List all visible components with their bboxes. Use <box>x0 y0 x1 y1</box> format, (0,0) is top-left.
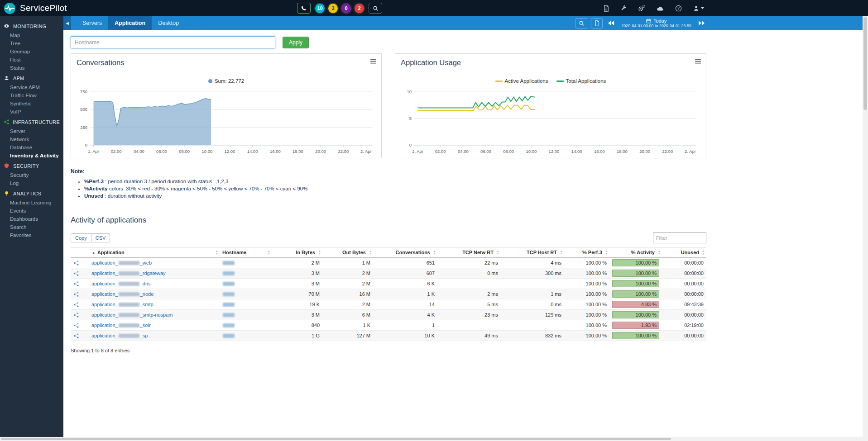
sidebar-item-host[interactable]: Host <box>0 56 63 64</box>
legend-line-icon <box>556 81 564 82</box>
hostname-link[interactable] <box>222 291 235 297</box>
settings-button[interactable] <box>638 5 646 12</box>
sidebar-item-status[interactable]: Status <box>0 64 63 72</box>
status-badge[interactable]: 10 <box>315 4 325 13</box>
hostname-link[interactable] <box>222 333 235 338</box>
cell-perf-3: 100.00 % <box>564 310 609 320</box>
sidebar-item-server[interactable]: Server <box>0 127 63 135</box>
tab-application[interactable]: Application <box>108 16 152 30</box>
column-header-tcp-netw-rt[interactable]: TCP Netw RT▲▼ <box>437 248 501 258</box>
application-link[interactable]: application__node <box>91 291 153 297</box>
application-link[interactable]: application__dns <box>91 281 151 286</box>
chart-menu-button[interactable] <box>695 58 701 65</box>
column-header-activity[interactable]: % Activity▲▼ <box>609 248 662 258</box>
note-block: Note: %Perf-3 : period duration 3 / peri… <box>71 168 863 199</box>
cell-conversations: 1 K <box>373 289 437 299</box>
topbar-search-button[interactable] <box>369 3 382 14</box>
sidebar-item-database[interactable]: Database <box>0 143 63 152</box>
hostname-link[interactable] <box>222 260 235 266</box>
phone-button[interactable] <box>297 3 311 14</box>
table-row: application__smtp19 K2 M145 ms0 ms100.00… <box>71 299 706 310</box>
table-filter-input[interactable] <box>653 232 706 243</box>
column-header-perf-3[interactable]: % Perf-3▲▼ <box>564 248 609 258</box>
column-header-tcp-host-rt[interactable]: TCP Host RT▲▼ <box>501 248 564 258</box>
hostname-link[interactable] <box>222 312 235 318</box>
sidebar-collapse-button[interactable]: ◀ <box>63 16 71 30</box>
application-link[interactable]: application__web <box>91 260 152 266</box>
hostname-link[interactable] <box>222 270 235 276</box>
legend-item[interactable]: Sum: 22,772 <box>208 78 244 84</box>
application-link[interactable]: application__smtp <box>91 302 153 307</box>
sidebar-item-machine-learning[interactable]: Machine Learning <box>0 199 63 207</box>
sidebar-item-map[interactable]: Map <box>0 31 63 39</box>
copy-button[interactable]: Copy <box>71 233 91 242</box>
sidebar-item-security[interactable]: Security <box>0 171 63 179</box>
status-badge[interactable]: 0 <box>341 4 351 13</box>
column-header-out-bytes[interactable]: Out Bytes▲▼ <box>322 248 373 258</box>
date-range-picker[interactable]: Today 2020-04-01 00:00 to 2020-04-01 23:… <box>619 18 694 28</box>
application-link[interactable]: application__smtp-nospam <box>91 312 173 318</box>
hostname-link[interactable] <box>222 281 235 286</box>
user-menu-button[interactable] <box>693 5 704 12</box>
application-link[interactable]: application__sp <box>91 333 148 338</box>
cell-application: application__rdgateway <box>89 268 220 279</box>
sidebar-item-voip[interactable]: VoIP <box>0 108 63 116</box>
fast-forward-icon <box>698 20 705 26</box>
sidebar-item-events[interactable]: Events <box>0 207 63 215</box>
cell-perf-3: 100.00 % <box>564 320 609 331</box>
hostname-input[interactable] <box>71 36 275 48</box>
sidebar-item-search[interactable]: Search <box>0 223 63 231</box>
column-header-unused[interactable]: Unused▲▼ <box>662 248 706 258</box>
svg-text:10:00: 10:00 <box>201 149 212 154</box>
tab-desktop[interactable]: Desktop <box>152 16 185 30</box>
chart-menu-button[interactable] <box>370 58 377 65</box>
vertical-scrollbar-thumb[interactable] <box>863 17 867 110</box>
application-link[interactable]: application__solr <box>91 322 151 328</box>
status-badge[interactable]: 2 <box>355 4 364 13</box>
tab-servers[interactable]: Servers <box>76 16 108 30</box>
help-button[interactable]: ? <box>675 5 682 12</box>
topbar: ServicePilot 10302 ? <box>0 0 868 16</box>
column-header-application[interactable]: ▲Application▲▼ <box>89 248 220 258</box>
legend-item-active-applications[interactable]: Active Applications <box>495 78 548 84</box>
sidebar-item-tree[interactable]: Tree <box>0 39 63 47</box>
legend-item-total-applications[interactable]: Total Applications <box>556 78 606 84</box>
application-link[interactable]: application__rdgateway <box>91 270 166 276</box>
sidebar-item-log[interactable]: Log <box>0 179 63 187</box>
column-header-conversations[interactable]: Conversations▲▼ <box>373 248 437 258</box>
rewind-icon <box>607 20 614 26</box>
icon-column-header <box>71 248 89 258</box>
sort-icons: ▲▼ <box>369 250 372 255</box>
column-header-hostname[interactable]: Hostname▲▼ <box>220 248 272 258</box>
sidebar-item-inventory-activity[interactable]: Inventory & Activity <box>0 152 63 160</box>
hostname-link[interactable] <box>222 302 235 307</box>
hostname-link[interactable] <box>222 322 235 328</box>
horizontal-scrollbar-thumb[interactable] <box>1 438 671 440</box>
sidebar-item-network[interactable]: Network <box>0 135 63 143</box>
sidebar-item-favorites[interactable]: Favorites <box>0 231 63 239</box>
column-header-in-bytes[interactable]: In Bytes▲▼ <box>272 248 322 258</box>
sidebar-item-traffic-flow[interactable]: Traffic Flow <box>0 91 63 100</box>
cloud-button[interactable] <box>657 5 664 11</box>
cell-perf-3: 100.00 % <box>564 289 609 299</box>
nav-report-button[interactable] <box>591 18 603 28</box>
sidebar-item-synthetic[interactable]: Synthetic <box>0 100 63 108</box>
panel-title: Conversations <box>77 58 124 67</box>
apply-button[interactable]: Apply <box>283 37 309 48</box>
tools-button[interactable] <box>620 5 627 12</box>
nav-search-button[interactable] <box>575 18 587 28</box>
csv-button[interactable]: CSV <box>91 233 110 242</box>
sort-icons: ▲▼ <box>605 250 608 255</box>
status-badge[interactable]: 3 <box>328 4 338 13</box>
sidebar-item-service-apm[interactable]: Service APM <box>0 83 63 91</box>
period-forward-button[interactable] <box>697 19 706 27</box>
sidebar-item-dashboards[interactable]: Dashboards <box>0 215 63 223</box>
sidebar-item-geomap[interactable]: Geomap <box>0 47 63 56</box>
horizontal-scrollbar[interactable] <box>0 437 863 441</box>
svg-text:18:00: 18:00 <box>293 149 303 154</box>
cell-in-bytes: 840 <box>272 320 322 331</box>
vertical-scrollbar[interactable] <box>863 16 868 437</box>
period-back-button[interactable] <box>606 19 615 27</box>
sort-icons: ▲▼ <box>658 250 661 255</box>
reports-button[interactable] <box>603 5 609 12</box>
